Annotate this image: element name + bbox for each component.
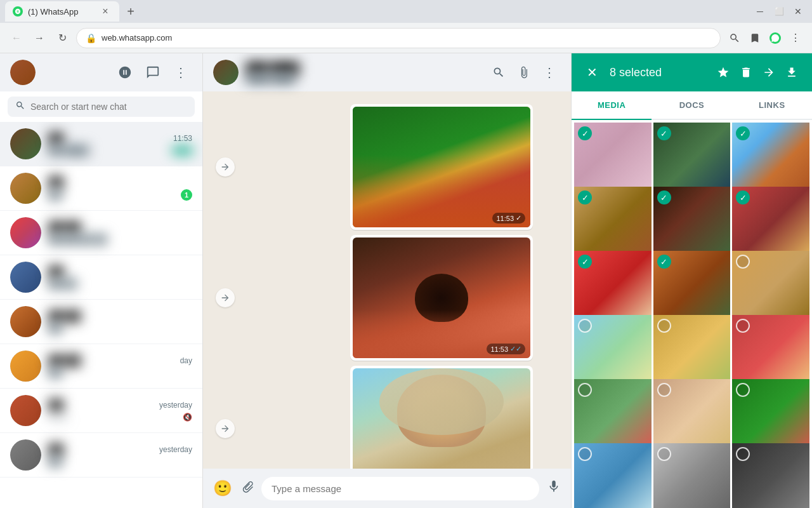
- chat-name: ██: [49, 444, 63, 455]
- delete-button[interactable]: [736, 62, 756, 83]
- media-item-checkbox[interactable]: ✓: [578, 126, 592, 140]
- back-button[interactable]: ←: [8, 29, 25, 47]
- chat-name: ██ ██: [49, 355, 81, 366]
- tab-bar: (1) WhatsApp × + ─ ⬜ ✕: [0, 0, 812, 23]
- menu-button[interactable]: ⋮: [169, 61, 192, 84]
- chat-preview: ██: [49, 457, 62, 467]
- browser-chrome: (1) WhatsApp × + ─ ⬜ ✕ ← → ↻ 🔒 web.whats…: [0, 0, 812, 53]
- maximize-button[interactable]: ⬜: [770, 3, 788, 20]
- new-chat-button[interactable]: [141, 61, 164, 84]
- media-grid: ✓ ✓ ✓ ✓ ✓ ✓: [572, 120, 812, 508]
- media-item-checkbox[interactable]: [657, 447, 671, 461]
- media-action-buttons: [713, 62, 802, 83]
- attach-button[interactable]: [235, 477, 258, 499]
- communities-button[interactable]: [114, 61, 136, 84]
- forward-button[interactable]: [216, 419, 235, 438]
- chat-list: ██ 11:53 ██ ████ ████ ██: [0, 122, 202, 508]
- new-tab-button[interactable]: +: [122, 3, 140, 20]
- chat-time: yesterday: [159, 445, 192, 454]
- chat-item[interactable]: ██ yesterday invit... 🔇: [0, 389, 202, 433]
- media-item-checkbox[interactable]: [578, 319, 592, 333]
- avatar: [10, 306, 41, 337]
- double-check-icon: ✓✓: [510, 345, 521, 353]
- media-item-checkbox[interactable]: [578, 447, 592, 461]
- chat-header-avatar[interactable]: [213, 60, 239, 85]
- chat-preview: ██ ████: [49, 145, 89, 156]
- more-button[interactable]: ⋮: [787, 29, 804, 47]
- whatsapp-extension-button[interactable]: [766, 29, 784, 47]
- media-item-checkbox[interactable]: [657, 319, 671, 333]
- chat-preview: ██: [49, 323, 62, 333]
- media-close-button[interactable]: ✕: [582, 62, 602, 83]
- url-bar[interactable]: 🔒 web.whatsapp.com: [76, 28, 721, 48]
- chat-name: ██: [49, 399, 63, 411]
- emoji-button[interactable]: 🙂: [213, 479, 232, 497]
- tab-docs[interactable]: DOCS: [652, 91, 731, 119]
- media-item[interactable]: [574, 443, 652, 508]
- chat-item[interactable]: ██ yesterday ██: [0, 433, 202, 478]
- forward-media-button[interactable]: [759, 62, 779, 83]
- tab-title: (1) WhatsApp: [28, 7, 94, 17]
- browser-actions: ⋮: [726, 29, 804, 47]
- avatar: [10, 439, 41, 471]
- media-item-checkbox[interactable]: ✓: [657, 190, 671, 204]
- user-avatar[interactable]: [10, 60, 36, 85]
- forward-button[interactable]: →: [30, 29, 48, 47]
- media-item[interactable]: [732, 443, 809, 508]
- bookmark-button[interactable]: [746, 29, 764, 47]
- avatar: [10, 173, 41, 204]
- search-icon: [15, 100, 25, 113]
- forward-button[interactable]: [216, 157, 235, 177]
- close-window-button[interactable]: ✕: [789, 3, 807, 20]
- media-item-checkbox[interactable]: ✓: [578, 190, 592, 204]
- search-input[interactable]: [30, 102, 187, 112]
- media-item-checkbox[interactable]: [657, 383, 671, 397]
- chat-time: yesterday: [159, 401, 192, 410]
- message-bubble: 11:53 ✓✓: [350, 366, 533, 469]
- download-button[interactable]: [782, 62, 802, 83]
- tab-close-button[interactable]: ×: [99, 5, 112, 18]
- chat-item[interactable]: ██ ██ day ██: [0, 344, 202, 389]
- forward-button[interactable]: [216, 288, 235, 307]
- sidebar: ⋮ ██ 11:53: [0, 53, 203, 508]
- chat-item[interactable]: ██ ██ ██: [0, 255, 202, 300]
- chat-tag: ████: [173, 147, 192, 154]
- msg-group: 11:53 ✓: [241, 104, 533, 230]
- chat-main: ███ ████ ████ ████ ⋮: [203, 53, 571, 508]
- chat-name: ██: [49, 133, 63, 144]
- media-item-checkbox[interactable]: ✓: [657, 255, 671, 269]
- chat-info: ██ yesterday invit... 🔇: [49, 399, 192, 422]
- chat-preview: invit...: [49, 412, 72, 422]
- message-input[interactable]: [261, 477, 539, 500]
- star-button[interactable]: [713, 62, 733, 83]
- media-item-checkbox[interactable]: ✓: [578, 255, 592, 269]
- tab-media[interactable]: MEDIA: [572, 91, 652, 120]
- minimize-button[interactable]: ─: [751, 3, 769, 20]
- chat-info: ██ ██ 1: [49, 177, 192, 201]
- active-tab[interactable]: (1) WhatsApp ×: [5, 1, 119, 22]
- chat-info: ██ yesterday ██: [49, 444, 192, 467]
- chat-item[interactable]: ██ ██ ██ ██ ██ ██: [0, 211, 202, 255]
- avatar: [10, 262, 41, 293]
- chat-preview: ██: [49, 190, 62, 200]
- media-item-checkbox[interactable]: ✓: [657, 126, 671, 140]
- chat-item[interactable]: ██ ██ ██: [0, 300, 202, 344]
- media-item[interactable]: [653, 443, 731, 508]
- search-button[interactable]: [726, 29, 743, 47]
- avatar: [10, 351, 41, 382]
- media-panel-header: ✕ 8 selected: [572, 53, 812, 91]
- mic-button[interactable]: [547, 479, 561, 497]
- reload-button[interactable]: ↻: [53, 29, 71, 47]
- media-panel: ✕ 8 selected MEDIA DOCS LINKS: [571, 53, 812, 508]
- avatar: [10, 395, 41, 426]
- chat-header-actions: ⋮: [487, 61, 561, 84]
- media-item-checkbox[interactable]: [578, 383, 592, 397]
- chat-time: day: [180, 356, 192, 365]
- lock-icon: 🔒: [86, 33, 96, 43]
- tab-links[interactable]: LINKS: [732, 91, 812, 119]
- search-chat-button[interactable]: [487, 61, 510, 84]
- chat-item[interactable]: ██ 11:53 ██ ████ ████: [0, 122, 202, 166]
- chat-item[interactable]: ██ ██ 1: [0, 166, 202, 211]
- attach-chat-button[interactable]: [513, 61, 535, 84]
- more-options-button[interactable]: ⋮: [538, 61, 561, 84]
